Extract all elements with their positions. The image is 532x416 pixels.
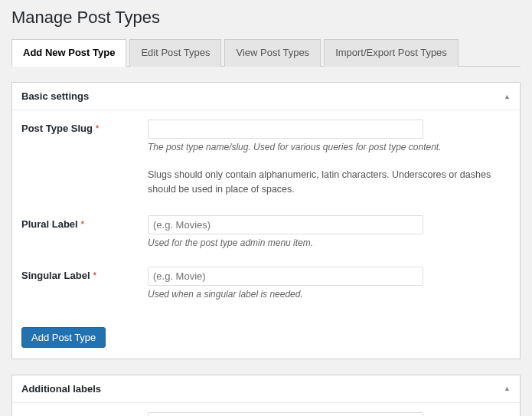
tab-add-new[interactable]: Add New Post Type (11, 39, 126, 67)
collapse-icon: ▲ (504, 385, 511, 392)
panel-basic-title: Basic settings (21, 90, 89, 102)
help-singular: Used when a singular label is needed. (148, 289, 511, 300)
input-slug[interactable] (148, 120, 423, 139)
tab-import-export[interactable]: Import/Export Post Types (324, 39, 459, 67)
panel-additional-title: Additional labels (21, 383, 101, 395)
panel-basic-settings: Basic settings ▲ Post Type Slug * The po… (11, 82, 521, 359)
page-title: Manage Post Types (11, 8, 521, 28)
help-plural: Used for the post type admin menu item. (148, 237, 511, 248)
tabs: Add New Post Type Edit Post Types View P… (11, 38, 521, 67)
label-singular: Singular Label * (21, 267, 148, 281)
textarea-description[interactable] (148, 412, 423, 416)
field-row-singular: Singular Label * Used when a singular la… (21, 267, 511, 300)
field-row-plural: Plural Label * Used for the post type ad… (21, 215, 511, 248)
required-marker: * (96, 123, 100, 134)
input-singular[interactable] (148, 267, 423, 286)
panel-additional-header[interactable]: Additional labels ▲ (12, 375, 520, 403)
add-post-type-button[interactable]: Add Post Type (21, 327, 106, 348)
panel-additional-body: Post Type Description Perhaps describe w… (12, 403, 520, 416)
help-slug-extra: Slugs should only contain alphanumeric, … (148, 168, 511, 197)
field-row-slug: Post Type Slug * The post type name/slug… (21, 120, 511, 197)
tab-edit[interactable]: Edit Post Types (129, 39, 221, 67)
tab-view[interactable]: View Post Types (224, 39, 321, 67)
label-slug: Post Type Slug * (21, 120, 148, 134)
panel-basic-body: Post Type Slug * The post type name/slug… (12, 110, 520, 327)
field-row-description: Post Type Description Perhaps describe w… (21, 412, 511, 416)
panel-basic-header[interactable]: Basic settings ▲ (12, 83, 520, 110)
panel-additional-labels: Additional labels ▲ Post Type Descriptio… (11, 375, 521, 416)
collapse-icon: ▲ (504, 93, 511, 100)
label-plural: Plural Label * (21, 215, 148, 230)
input-plural[interactable] (148, 215, 423, 234)
required-marker: * (80, 218, 84, 230)
help-slug: The post type name/slug. Used for variou… (148, 142, 511, 152)
label-description: Post Type Description (21, 412, 148, 416)
required-marker: * (93, 270, 96, 281)
